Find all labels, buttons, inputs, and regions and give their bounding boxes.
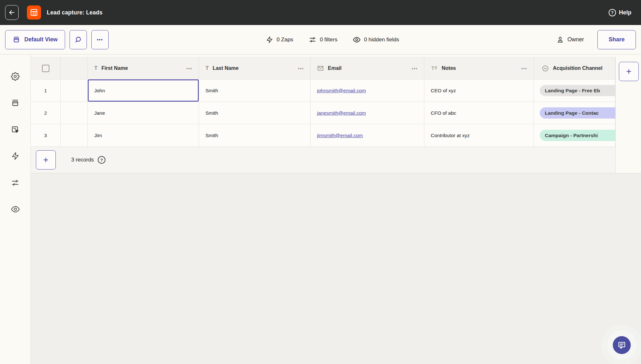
dropdown-type-icon — [542, 65, 549, 72]
arrow-left-icon — [8, 9, 16, 16]
cell-notes[interactable]: CFO of abc — [424, 102, 534, 124]
eye-icon — [11, 205, 20, 214]
select-all-checkbox[interactable] — [42, 65, 49, 72]
hidden-fields-label: 0 hidden fields — [364, 37, 399, 43]
table-header-row: T First Name ••• T Last Name ••• Email •… — [31, 57, 615, 79]
expand-cell[interactable] — [61, 102, 88, 124]
column-label: Email — [328, 65, 342, 71]
views-stack-icon — [11, 99, 20, 107]
topbar: Lead capture: Leads ? Help — [0, 0, 641, 25]
column-header-first-name[interactable]: T First Name ••• — [88, 57, 199, 79]
column-label: Acquisition Channel — [553, 65, 603, 71]
email-link[interactable]: johnsmith@email.com — [317, 88, 366, 94]
lightning-bolt-icon — [266, 36, 273, 43]
records-help-icon[interactable]: ? — [98, 156, 105, 164]
form-select-icon — [11, 125, 20, 134]
plus-icon: + — [43, 155, 48, 164]
email-link[interactable]: jimsmith@email.com — [317, 133, 363, 138]
left-sidebar — [0, 54, 31, 364]
table-row: 1 John Smith johnsmith@email.com CEO of … — [31, 79, 615, 102]
view-button-label: Default View — [24, 36, 58, 43]
lightning-bolt-icon — [11, 152, 20, 160]
channel-pill[interactable]: Landing Page - Contac — [540, 107, 615, 119]
expand-cell[interactable] — [61, 124, 88, 147]
help-button[interactable]: ? Help — [609, 9, 631, 16]
cell-last-name[interactable]: Smith — [199, 102, 311, 124]
ellipsis-icon: ••• — [97, 37, 103, 42]
cell-acquisition-channel[interactable]: Landing Page - Free Eb — [534, 79, 615, 102]
chat-widget-button[interactable] — [613, 336, 631, 354]
cell-last-name[interactable]: Smith — [199, 79, 311, 102]
column-label: Notes — [442, 65, 456, 71]
sidebar-forms-button[interactable] — [8, 122, 22, 136]
column-label: Last Name — [212, 65, 238, 71]
column-header-email[interactable]: Email ••• — [311, 57, 424, 79]
hidden-fields-status[interactable]: 0 hidden fields — [353, 36, 399, 44]
column-menu-icon[interactable]: ••• — [412, 66, 418, 71]
record-count: 3 records — [71, 157, 94, 163]
channel-pill[interactable]: Landing Page - Free Eb — [540, 85, 615, 96]
cell-email: jimsmith@email.com — [311, 124, 424, 147]
column-label: First Name — [101, 65, 128, 71]
zaps-label: 0 Zaps — [277, 37, 293, 43]
expand-cell[interactable] — [61, 79, 88, 102]
empty-area-below-table — [31, 173, 641, 364]
records-table: T First Name ••• T Last Name ••• Email •… — [31, 57, 615, 173]
view-toolbar: Default View ••• 0 Zaps 0 filters 0 hidd… — [0, 25, 641, 54]
filters-status[interactable]: 0 filters — [309, 36, 337, 44]
email-link[interactable]: janesmith@email.com — [317, 110, 366, 116]
sidebar-filters-button[interactable] — [8, 176, 22, 190]
cell-notes[interactable]: CEO of xyz — [424, 79, 534, 102]
share-button[interactable]: Share — [597, 30, 636, 49]
row-number[interactable]: 3 — [31, 124, 61, 147]
cell-acquisition-channel[interactable]: Campaign - Partnershi — [534, 124, 615, 147]
select-all-cell — [31, 57, 61, 79]
speech-bubble-icon — [617, 340, 627, 350]
default-view-button[interactable]: Default View — [5, 30, 65, 49]
text-type-icon: T — [94, 65, 97, 71]
plus-icon: + — [626, 67, 631, 76]
row-number[interactable]: 2 — [31, 102, 61, 124]
cell-first-name[interactable]: Jane — [88, 102, 199, 124]
text-type-icon: T — [205, 65, 209, 71]
filter-sliders-icon — [11, 178, 20, 187]
owner-menu[interactable]: Owner — [556, 36, 584, 44]
sidebar-settings-button[interactable] — [8, 69, 22, 83]
search-icon — [74, 36, 82, 44]
sidebar-hidden-fields-button[interactable] — [8, 202, 22, 216]
cell-notes[interactable]: Contributor at xyz — [424, 124, 534, 147]
table-row: 2 Jane Smith janesmith@email.com CFO of … — [31, 102, 615, 124]
column-menu-icon[interactable]: ••• — [187, 66, 192, 71]
zaps-status[interactable]: 0 Zaps — [266, 36, 293, 43]
column-header-notes[interactable]: Notes ••• — [424, 57, 534, 79]
sidebar-views-button[interactable] — [8, 96, 22, 110]
more-options-button[interactable]: ••• — [91, 30, 109, 49]
column-menu-icon[interactable]: ••• — [298, 66, 304, 71]
row-number[interactable]: 1 — [31, 79, 61, 102]
view-status-group: 0 Zaps 0 filters 0 hidden fields — [266, 36, 399, 44]
page-title: Lead capture: Leads — [47, 9, 103, 16]
cell-last-name[interactable]: Smith — [199, 124, 311, 147]
column-header-acquisition-channel[interactable]: Acquisition Channel — [534, 57, 615, 79]
owner-label: Owner — [567, 36, 584, 43]
cell-first-name[interactable]: Jim — [88, 124, 199, 147]
add-record-button[interactable]: + — [36, 150, 56, 170]
search-button[interactable] — [70, 30, 87, 49]
cell-email: johnsmith@email.com — [311, 79, 424, 102]
eye-icon — [353, 36, 361, 44]
sidebar-zaps-button[interactable] — [8, 149, 22, 163]
back-button[interactable] — [5, 5, 19, 20]
long-text-type-icon — [431, 65, 438, 72]
cell-first-name-selected[interactable]: John — [88, 79, 199, 102]
column-header-last-name[interactable]: T Last Name ••• — [199, 57, 311, 79]
toolbar-right: Owner Share — [556, 30, 636, 49]
envelope-icon — [317, 65, 324, 72]
channel-pill[interactable]: Campaign - Partnershi — [540, 130, 615, 141]
filters-label: 0 filters — [320, 37, 337, 43]
table-row: 3 Jim Smith jimsmith@email.com Contribut… — [31, 124, 615, 147]
column-menu-icon[interactable]: ••• — [521, 66, 527, 71]
add-field-button[interactable]: + — [619, 62, 639, 81]
content-area: T First Name ••• T Last Name ••• Email •… — [0, 54, 641, 364]
person-icon — [556, 36, 564, 44]
cell-acquisition-channel[interactable]: Landing Page - Contac — [534, 102, 615, 124]
